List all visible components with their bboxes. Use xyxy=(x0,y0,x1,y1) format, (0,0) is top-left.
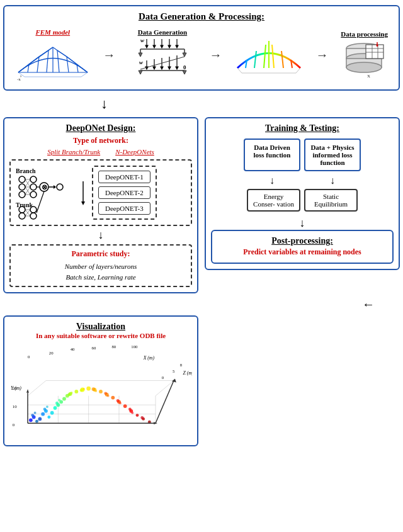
svg-point-143 xyxy=(35,420,38,423)
svg-line-3 xyxy=(47,50,48,72)
loss2-line3: function xyxy=(320,159,344,166)
svg-point-183 xyxy=(107,395,110,397)
postproc-inline: Post-processing: Predict variables at re… xyxy=(211,230,394,264)
svg-point-176 xyxy=(140,416,144,419)
arrows-from-loss: ↓ ↓ xyxy=(211,175,394,186)
svg-point-179 xyxy=(58,399,60,402)
svg-point-88 xyxy=(30,191,37,198)
svg-line-60 xyxy=(254,51,256,68)
svg-point-85 xyxy=(19,191,25,198)
svg-marker-35 xyxy=(176,45,178,48)
svg-text:X: X xyxy=(367,74,370,79)
svg-point-182 xyxy=(94,390,97,392)
static-equilibrium-box: Static Equilibrium xyxy=(304,189,358,212)
svg-point-167 xyxy=(31,414,34,417)
parametric-text1: Number of layers/neurons xyxy=(14,261,187,272)
svg-point-184 xyxy=(119,402,122,404)
dataproc-label: Data processing xyxy=(341,30,388,38)
svg-marker-45 xyxy=(153,67,156,69)
svg-line-19 xyxy=(57,50,67,57)
physics-loss-box: Data + Physics informed loss function xyxy=(304,139,361,171)
svg-point-144 xyxy=(41,412,45,416)
svg-marker-57 xyxy=(183,71,186,74)
svg-point-158 xyxy=(99,390,103,393)
arrow2: → xyxy=(209,48,222,62)
data-gen-row: FEM model xyxy=(11,26,392,84)
svg-marker-29 xyxy=(153,45,156,48)
svg-point-102 xyxy=(30,207,37,213)
svg-marker-56 xyxy=(139,71,142,74)
svg-text:40: 40 xyxy=(71,347,75,351)
svg-text:X (m): X (m) xyxy=(143,355,155,361)
svg-point-111 xyxy=(57,184,63,190)
energy-line2: Conser- xyxy=(253,200,275,208)
svg-line-188 xyxy=(156,381,174,424)
arrow-from-loss1: ↓ xyxy=(244,175,300,186)
svg-point-101 xyxy=(19,213,25,219)
svg-point-103 xyxy=(30,213,37,219)
network-type-label: Type of network: xyxy=(9,136,192,145)
parametric-box: Parametric study: Number of layers/neuro… xyxy=(9,244,192,287)
svg-line-64 xyxy=(281,51,283,68)
svg-text:20: 20 xyxy=(49,351,54,355)
svg-text:Z (m): Z (m) xyxy=(183,370,192,376)
data-gen-title: Data Generation & Processing: xyxy=(11,11,392,22)
svg-text:-x: -x xyxy=(17,77,21,82)
arrow-from-loss2: ↓ xyxy=(304,175,361,186)
svg-point-147 xyxy=(50,411,54,415)
svg-text:60: 60 xyxy=(92,346,96,350)
svg-text:10: 10 xyxy=(13,404,17,409)
training-title: Training & Testing: xyxy=(211,123,394,133)
svg-point-86 xyxy=(30,176,37,183)
parametric-title: Parametric study: xyxy=(14,249,187,259)
svg-point-178 xyxy=(46,405,48,408)
svg-line-2 xyxy=(37,57,39,72)
down-arrow-network xyxy=(79,180,87,205)
static-line2: Equilibrium xyxy=(314,200,348,208)
svg-point-170 xyxy=(67,393,71,396)
colored-bridge-block xyxy=(234,33,304,77)
deeponet-section: DeepONet Design: Type of network: Split … xyxy=(3,117,198,293)
colored-bridge-svg xyxy=(234,33,304,77)
svg-point-171 xyxy=(80,389,83,392)
svg-line-20 xyxy=(67,57,88,72)
arrow-to-param: ↓ xyxy=(9,229,192,242)
fem-label: FEM model xyxy=(35,28,70,36)
training-section: Training & Testing: Data Driven loss fun… xyxy=(205,117,400,270)
bottom-arrow-row: ← xyxy=(3,297,400,312)
ndeep-box: DeepONET-1 DeepONET-2 DeepONET-3 xyxy=(92,166,157,220)
branch-trunk-svg: Branch xyxy=(14,164,74,221)
svg-text:0: 0 xyxy=(162,375,164,380)
svg-point-172 xyxy=(92,387,96,391)
svg-point-181 xyxy=(82,388,85,390)
energy-line1: Energy xyxy=(264,193,284,200)
fem-bridge-svg: -x y xyxy=(15,38,91,82)
svg-marker-41 xyxy=(183,53,186,57)
svg-marker-51 xyxy=(176,67,178,69)
svg-line-6 xyxy=(67,57,69,72)
svg-point-160 xyxy=(111,396,115,400)
svg-marker-113 xyxy=(81,201,85,205)
svg-text:8: 8 xyxy=(180,363,183,367)
energy-box: Energy Conser- vation xyxy=(247,189,300,212)
svg-point-73 xyxy=(346,62,382,72)
svg-point-151 xyxy=(62,397,66,401)
svg-marker-49 xyxy=(168,67,171,69)
svg-line-12 xyxy=(53,47,57,50)
viz-subtitle: In any suitable software or rewrite ODB … xyxy=(9,332,192,339)
datagen-label: Data Generation xyxy=(138,28,188,36)
long-left-arrow: ← xyxy=(362,297,375,312)
svg-line-61 xyxy=(264,45,266,68)
svg-marker-189 xyxy=(26,389,29,393)
data-gen-section: Data Generation & Processing: FEM model xyxy=(3,5,400,91)
datagen-svg: w w xyxy=(128,38,197,82)
svg-point-173 xyxy=(104,392,107,395)
svg-point-169 xyxy=(55,402,59,405)
svg-point-156 xyxy=(86,387,91,391)
svg-text:0: 0 xyxy=(28,354,30,359)
svg-marker-33 xyxy=(168,45,171,48)
svg-point-140 xyxy=(29,418,33,422)
network-arrow xyxy=(79,180,87,205)
deep3: DeepONET-3 xyxy=(98,202,150,215)
svg-line-137 xyxy=(28,381,46,396)
